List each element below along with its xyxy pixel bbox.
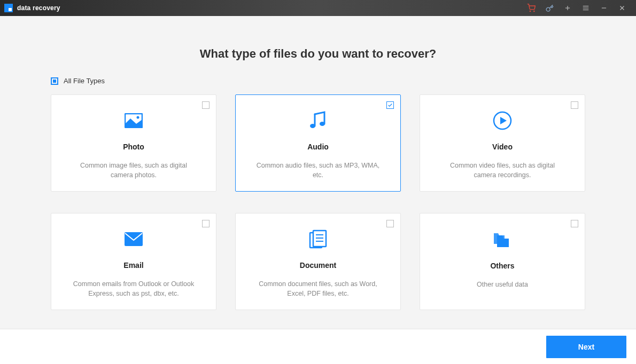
- card-document[interactable]: Document Common document files, such as …: [235, 213, 401, 310]
- card-title: Document: [300, 261, 336, 270]
- photo-icon: [125, 108, 143, 134]
- cart-icon[interactable]: [527, 4, 536, 12]
- minimize-icon[interactable]: [600, 4, 608, 12]
- app-logo: [4, 4, 13, 12]
- all-types-label: All File Types: [64, 77, 105, 85]
- card-desc: Common audio files, such as MP3, WMA, et…: [246, 161, 390, 181]
- others-icon: [493, 226, 512, 253]
- card-title: Others: [490, 262, 514, 270]
- card-title: Email: [123, 261, 143, 270]
- card-checkbox[interactable]: [571, 220, 578, 227]
- card-others[interactable]: Others Other useful data: [420, 213, 585, 310]
- card-desc: Other useful data: [467, 280, 538, 290]
- svg-rect-16: [125, 232, 143, 246]
- card-audio[interactable]: Audio Common audio files, such as MP3, W…: [235, 94, 401, 192]
- card-checkbox[interactable]: [386, 220, 394, 227]
- key-icon[interactable]: [545, 4, 554, 12]
- all-types-row: All File Types: [51, 77, 585, 85]
- footer: Next: [0, 329, 636, 364]
- titlebar-actions: [527, 4, 632, 12]
- card-email[interactable]: Email Common emails from Outlook or Outl…: [51, 213, 216, 310]
- card-video[interactable]: Video Common video files, such as digita…: [420, 94, 585, 192]
- all-types-checkbox[interactable]: [51, 77, 58, 85]
- titlebar: data recovery: [0, 0, 636, 16]
- card-photo[interactable]: Photo Common image files, such as digita…: [51, 94, 216, 192]
- svg-point-13: [320, 122, 325, 126]
- svg-point-11: [137, 116, 139, 119]
- next-button[interactable]: Next: [546, 336, 626, 358]
- svg-point-1: [534, 11, 534, 11]
- card-checkbox[interactable]: [202, 220, 210, 227]
- card-checkbox[interactable]: [202, 101, 210, 109]
- card-desc: Common image files, such as digital came…: [62, 161, 205, 181]
- video-icon: [493, 108, 512, 134]
- audio-icon: [309, 108, 327, 134]
- file-type-grid: Photo Common image files, such as digita…: [51, 94, 585, 310]
- app-title: data recovery: [17, 4, 60, 12]
- page-heading: What type of files do you want to recove…: [200, 47, 437, 61]
- close-icon[interactable]: [618, 4, 626, 12]
- document-icon: [309, 226, 327, 252]
- card-desc: Common document files, such as Word, Exc…: [246, 279, 390, 299]
- menu-icon[interactable]: [581, 4, 590, 12]
- svg-point-0: [530, 11, 530, 11]
- card-checkbox[interactable]: [386, 101, 394, 109]
- card-desc: Common video files, such as digital came…: [431, 161, 574, 181]
- plus-icon[interactable]: [563, 4, 572, 12]
- email-icon: [124, 226, 143, 252]
- card-title: Photo: [123, 143, 144, 151]
- svg-marker-15: [500, 117, 507, 124]
- main-content: What type of files do you want to recove…: [0, 16, 636, 329]
- card-desc: Common emails from Outlook or Outlook Ex…: [62, 279, 205, 299]
- card-title: Video: [492, 143, 513, 151]
- card-checkbox[interactable]: [571, 101, 578, 109]
- card-title: Audio: [307, 143, 329, 151]
- svg-point-12: [310, 124, 315, 128]
